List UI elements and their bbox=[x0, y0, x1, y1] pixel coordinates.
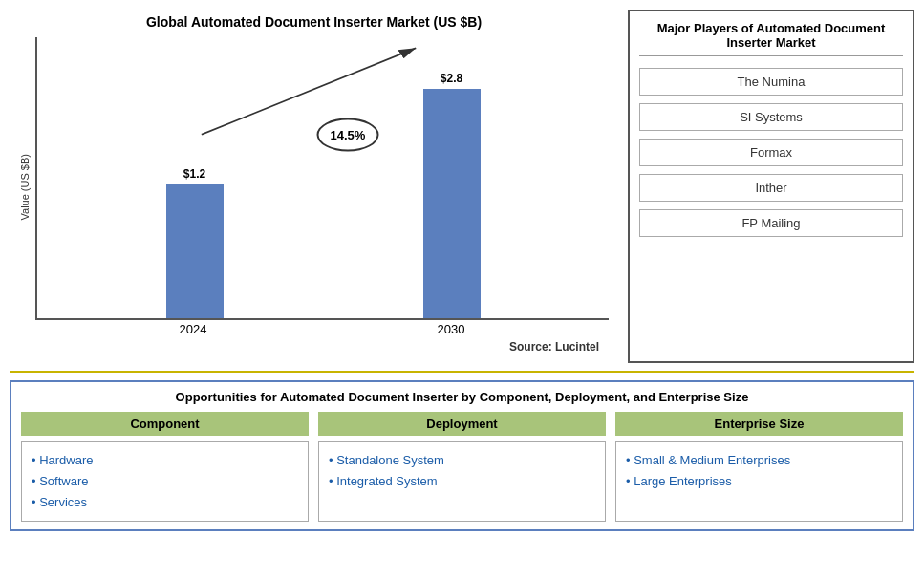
bar-2024 bbox=[166, 184, 224, 318]
player-formax: Formax bbox=[639, 139, 903, 166]
component-item-hardware: Hardware bbox=[32, 450, 298, 471]
component-content: Hardware Software Services bbox=[21, 441, 309, 522]
enterprise-item-large: Large Enterprises bbox=[626, 471, 892, 492]
component-header: Component bbox=[21, 412, 309, 436]
bar-value-2030: $2.8 bbox=[441, 72, 462, 85]
major-players-title: Major Players of Automated Document Inse… bbox=[639, 21, 903, 56]
opportunities-grid: Component Hardware Software Services Dep… bbox=[21, 412, 903, 522]
player-si-systems: SI Systems bbox=[639, 103, 903, 131]
bottom-section: Opportunities for Automated Document Ins… bbox=[10, 380, 914, 531]
chart-inner: Value (US $B) $1.2 $2.8 bbox=[19, 37, 609, 336]
arrow-svg bbox=[37, 37, 609, 318]
x-label-2024: 2024 bbox=[180, 322, 207, 336]
source-text: Source: Lucintel bbox=[19, 340, 609, 354]
component-item-services: Services bbox=[32, 492, 298, 513]
chart-area: Global Automated Document Inserter Marke… bbox=[10, 10, 618, 363]
deployment-content: Standalone System Integrated System bbox=[318, 441, 606, 522]
main-container: Global Automated Document Inserter Marke… bbox=[0, 0, 924, 580]
separator-line bbox=[10, 371, 914, 373]
x-label-2030: 2030 bbox=[438, 322, 465, 336]
enterprise-col: Enterprise Size Small & Medium Enterpris… bbox=[615, 412, 903, 522]
chart-title: Global Automated Document Inserter Marke… bbox=[146, 14, 482, 30]
component-item-software: Software bbox=[32, 471, 298, 492]
chart-plot: $1.2 $2.8 bbox=[35, 37, 609, 336]
component-col: Component Hardware Software Services bbox=[21, 412, 309, 522]
deployment-item-standalone: Standalone System bbox=[329, 450, 595, 471]
player-inther: Inther bbox=[639, 174, 903, 202]
enterprise-item-sme: Small & Medium Enterprises bbox=[626, 450, 892, 471]
bar-group-2030: $2.8 bbox=[423, 72, 481, 318]
deployment-col: Deployment Standalone System Integrated … bbox=[318, 412, 606, 522]
bars-container: $1.2 $2.8 bbox=[35, 37, 609, 320]
svg-line-0 bbox=[202, 48, 416, 134]
cagr-value: 14.5% bbox=[331, 128, 366, 142]
major-players-panel: Major Players of Automated Document Inse… bbox=[628, 10, 914, 363]
player-the-numina: The Numina bbox=[639, 68, 903, 96]
enterprise-header: Enterprise Size bbox=[615, 412, 903, 436]
bar-group-2024: $1.2 bbox=[166, 167, 224, 318]
x-axis-labels: 2024 2030 bbox=[35, 322, 609, 336]
bottom-title: Opportunities for Automated Document Ins… bbox=[21, 390, 903, 404]
deployment-item-integrated: Integrated System bbox=[329, 471, 595, 492]
y-axis-label: Value (US $B) bbox=[19, 154, 31, 221]
deployment-header: Deployment bbox=[318, 412, 606, 436]
top-section: Global Automated Document Inserter Marke… bbox=[10, 10, 914, 363]
bar-value-2024: $1.2 bbox=[183, 167, 205, 181]
cagr-annotation: 14.5% bbox=[317, 118, 379, 152]
enterprise-content: Small & Medium Enterprises Large Enterpr… bbox=[615, 441, 903, 522]
player-fp-mailing: FP Mailing bbox=[639, 209, 903, 237]
bar-2030 bbox=[423, 89, 481, 318]
